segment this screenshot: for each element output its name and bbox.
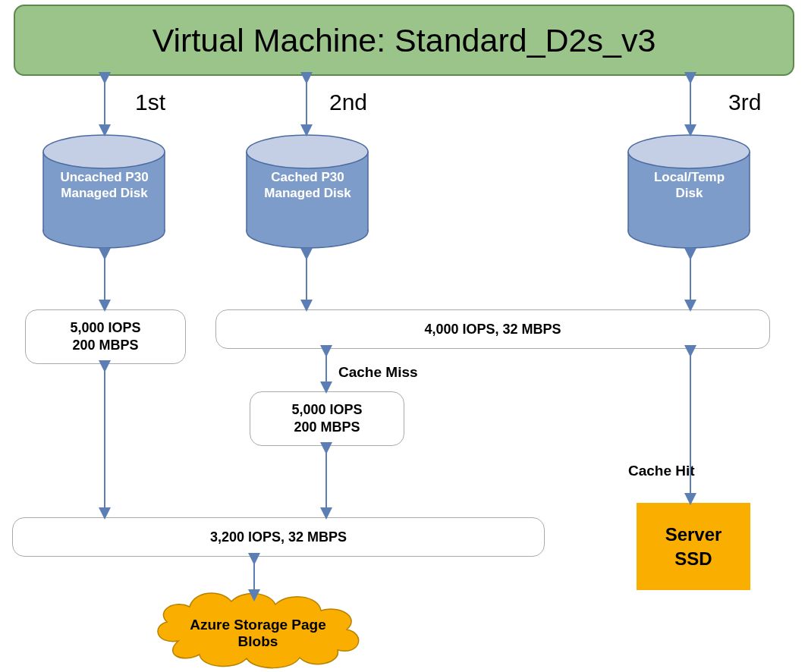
arrows-layer (0, 0, 808, 672)
